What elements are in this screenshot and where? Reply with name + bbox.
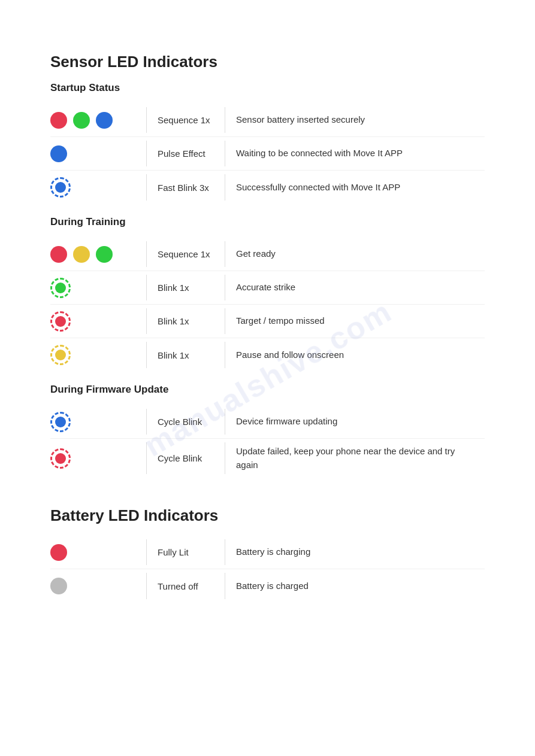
table-row: Cycle Blink Device firmware updating — [50, 405, 485, 439]
led-dot-dashed-red — [50, 311, 71, 332]
firmware-heading: During Firmware Update — [50, 384, 485, 396]
led-dot-dashed-blue — [50, 177, 71, 198]
led-cell — [50, 406, 146, 438]
effect-label: Sequence 1x — [147, 109, 225, 131]
effect-label: Sequence 1x — [147, 243, 225, 265]
led-cell — [50, 305, 146, 338]
effect-label: Fast Blink 3x — [147, 177, 225, 199]
effect-label: Blink 1x — [147, 344, 225, 366]
battery-title: Battery LED Indicators — [50, 506, 485, 525]
battery-section: Battery LED Indicators Fully Lit Battery… — [50, 506, 485, 603]
effect-label: Turned off — [147, 575, 225, 597]
led-cell — [50, 572, 146, 600]
led-cell — [50, 171, 146, 204]
description-text: Accurate strike — [225, 275, 485, 300]
firmware-section: During Firmware Update Cycle Blink Devic… — [50, 384, 485, 478]
led-cell — [50, 272, 146, 304]
effect-label: Cycle Blink — [147, 411, 225, 433]
table-row: Sequence 1x Get ready — [50, 238, 485, 271]
led-dot-blue — [50, 145, 67, 162]
description-text: Pause and follow onscreen — [225, 342, 485, 368]
training-heading: During Training — [50, 216, 485, 228]
led-cell — [50, 339, 146, 371]
table-row: Blink 1x Pause and follow onscreen — [50, 338, 485, 372]
description-text: Get ready — [225, 241, 485, 267]
description-text: Target / tempo missed — [225, 308, 485, 334]
startup-section: Startup Status Sequence 1x Sensor batter… — [50, 82, 485, 204]
led-cell — [50, 538, 146, 567]
table-row: Fast Blink 3x Successfully connected wit… — [50, 171, 485, 204]
table-row: Fully Lit Battery is charging — [50, 536, 485, 569]
effect-label: Pulse Effect — [147, 142, 225, 165]
led-dot-dashed-yellow — [50, 345, 71, 365]
led-dot-dashed-green — [50, 278, 71, 298]
led-cell — [50, 240, 146, 269]
effect-label: Blink 1x — [147, 310, 225, 332]
description-text: Sensor battery inserted securely — [225, 107, 485, 133]
led-dot-green — [73, 112, 90, 129]
description-text: Battery is charging — [225, 539, 485, 565]
led-dot-dashed-blue — [50, 412, 71, 432]
led-dot-yellow — [73, 246, 90, 263]
sensor-section: Sensor LED Indicators Startup Status Seq… — [50, 53, 485, 478]
table-row: Sequence 1x Sensor battery inserted secu… — [50, 104, 485, 137]
led-dot-blue — [96, 112, 113, 129]
description-text: Successfully connected with Move It APP — [225, 175, 485, 201]
effect-label: Fully Lit — [147, 541, 225, 563]
table-row: Blink 1x Accurate strike — [50, 271, 485, 305]
led-dot-red — [50, 246, 67, 263]
description-text: Device firmware updating — [225, 409, 485, 435]
training-section: During Training Sequence 1x Get ready Bl… — [50, 216, 485, 372]
led-dot-red — [50, 544, 67, 561]
led-cell — [50, 442, 146, 475]
effect-label: Blink 1x — [147, 277, 225, 299]
description-text: Update failed, keep your phone near the … — [225, 439, 485, 478]
table-row: Cycle Blink Update failed, keep your pho… — [50, 439, 485, 478]
table-row: Turned off Battery is charged — [50, 569, 485, 603]
led-dot-red — [50, 112, 67, 129]
startup-heading: Startup Status — [50, 82, 485, 94]
table-row: Pulse Effect Waiting to be connected wit… — [50, 137, 485, 171]
led-dot-green — [96, 246, 113, 263]
description-text: Battery is charged — [225, 573, 485, 599]
led-dot-gray — [50, 578, 67, 594]
led-dot-dashed-red — [50, 448, 71, 469]
table-row: Blink 1x Target / tempo missed — [50, 305, 485, 338]
led-cell — [50, 139, 146, 168]
effect-label: Cycle Blink — [147, 447, 225, 469]
sensor-title: Sensor LED Indicators — [50, 53, 485, 71]
led-cell — [50, 106, 146, 135]
description-text: Waiting to be connected with Move It APP — [225, 141, 485, 166]
